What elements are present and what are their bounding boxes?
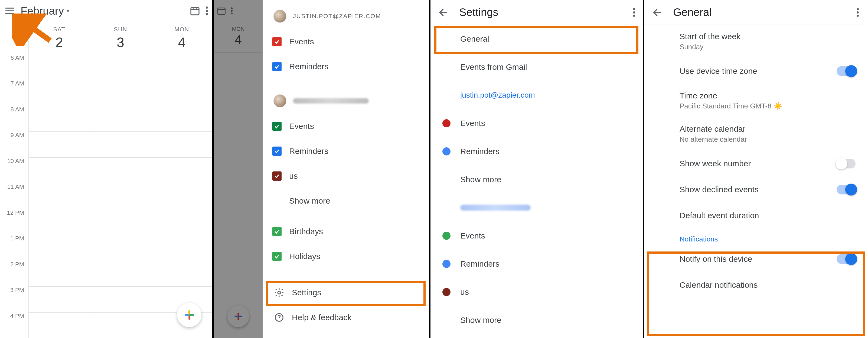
month-selector[interactable]: February ▾ bbox=[21, 5, 69, 17]
grid-col-sun[interactable] bbox=[90, 54, 151, 338]
grid-cell[interactable] bbox=[151, 157, 212, 183]
grid-cell[interactable] bbox=[90, 286, 151, 312]
account-header[interactable]: JUSTIN.POT@ZAPIER.COM bbox=[262, 0, 429, 29]
checkbox-icon[interactable] bbox=[272, 122, 282, 131]
calendar-toggle-item[interactable]: Events bbox=[272, 114, 419, 139]
settings-calendar-row[interactable]: us bbox=[431, 278, 643, 306]
calendar-toggle-item[interactable]: Reminders bbox=[272, 54, 419, 79]
day-column-sat[interactable]: SAT 2 bbox=[28, 22, 90, 54]
grid-cell[interactable] bbox=[151, 261, 212, 286]
grid-cell[interactable] bbox=[90, 235, 151, 260]
pane-nav-drawer: MON 4 JUSTIN.POT@ZAPIER.COM EventsRemind… bbox=[214, 0, 431, 338]
grid-cell[interactable] bbox=[29, 54, 90, 80]
grid-cell[interactable] bbox=[29, 312, 90, 338]
grid-cell[interactable] bbox=[29, 157, 90, 183]
preference-row[interactable]: Notify on this device bbox=[644, 246, 866, 272]
grid-cell[interactable] bbox=[29, 261, 90, 286]
toggle-switch[interactable] bbox=[837, 159, 856, 168]
account-header-2[interactable] bbox=[262, 84, 429, 114]
grid-cell[interactable] bbox=[151, 235, 212, 260]
grid-cell[interactable] bbox=[151, 54, 212, 80]
calendar-toggle-item[interactable]: Birthdays bbox=[272, 219, 419, 244]
back-arrow-icon[interactable] bbox=[438, 7, 449, 18]
preference-row[interactable]: Show week number bbox=[644, 150, 866, 176]
settings-calendar-row[interactable]: Reminders bbox=[431, 137, 643, 166]
grid-cell[interactable] bbox=[90, 131, 151, 157]
settings-calendar-row[interactable]: Events bbox=[431, 222, 643, 250]
grid-cell[interactable] bbox=[29, 235, 90, 260]
avatar bbox=[274, 94, 286, 107]
more-vert-icon[interactable] bbox=[633, 8, 635, 17]
grid-cell[interactable] bbox=[151, 131, 212, 157]
show-more-button[interactable]: Show more bbox=[431, 306, 643, 334]
checkbox-icon[interactable] bbox=[272, 146, 282, 156]
back-arrow-icon[interactable] bbox=[652, 7, 663, 18]
grid-cell[interactable] bbox=[151, 80, 212, 105]
settings-row-events-from-gmail[interactable]: Events from Gmail bbox=[431, 53, 643, 81]
calendar-toggle-item[interactable]: us bbox=[272, 164, 419, 189]
grid-col-mon[interactable] bbox=[151, 54, 212, 338]
calendar-color-dot-icon bbox=[442, 147, 451, 156]
grid-cell[interactable] bbox=[90, 54, 151, 80]
account-email: JUSTIN.POT@ZAPIER.COM bbox=[293, 13, 381, 20]
calendar-toggle-item[interactable]: Holidays bbox=[272, 244, 419, 269]
preference-row[interactable]: Alternate calendarNo alternate calendar bbox=[644, 117, 866, 150]
day-column-mon[interactable]: MON 4 bbox=[151, 22, 212, 54]
grid-cell[interactable] bbox=[90, 183, 151, 209]
settings-menu-item[interactable]: Settings bbox=[274, 280, 419, 305]
grid-cell[interactable] bbox=[29, 131, 90, 157]
day-column-sun[interactable]: SUN 3 bbox=[90, 22, 151, 54]
more-vert-icon[interactable] bbox=[857, 8, 859, 17]
grid-cell[interactable] bbox=[29, 183, 90, 209]
calendar-toggle-item[interactable]: Events bbox=[272, 29, 419, 54]
preference-row[interactable]: Show declined events bbox=[644, 176, 866, 203]
grid-cell[interactable] bbox=[90, 106, 151, 131]
settings-row-general[interactable]: General bbox=[431, 25, 643, 53]
create-event-fab[interactable] bbox=[177, 303, 202, 327]
grid-cell[interactable] bbox=[29, 106, 90, 131]
grid-cell[interactable] bbox=[29, 209, 90, 235]
grid-cell[interactable] bbox=[151, 106, 212, 131]
show-more-button[interactable]: Show more bbox=[272, 189, 419, 213]
gear-icon bbox=[274, 288, 284, 298]
grid-cell[interactable] bbox=[90, 209, 151, 235]
preference-row[interactable]: Default event duration bbox=[644, 203, 866, 229]
calendar-toggle-item[interactable]: Reminders bbox=[272, 139, 419, 164]
grid-cell[interactable] bbox=[29, 80, 90, 105]
chevron-down-icon: ▾ bbox=[67, 7, 69, 14]
svg-rect-0 bbox=[191, 7, 199, 15]
drawer-scrim[interactable]: MON 4 bbox=[214, 0, 262, 338]
settings-calendar-row[interactable]: Events bbox=[431, 109, 643, 137]
preference-row[interactable]: Use device time zone bbox=[644, 58, 866, 84]
checkbox-icon[interactable] bbox=[272, 171, 282, 181]
preference-title: Show declined events bbox=[680, 185, 837, 194]
checkbox-icon[interactable] bbox=[272, 62, 282, 71]
hamburger-menu-icon[interactable] bbox=[4, 5, 15, 16]
checkbox-icon[interactable] bbox=[272, 37, 282, 46]
toggle-switch[interactable] bbox=[837, 185, 856, 195]
show-more-button[interactable]: Show more bbox=[431, 166, 643, 194]
more-vert-icon[interactable] bbox=[206, 6, 208, 15]
checkbox-icon[interactable] bbox=[272, 227, 282, 236]
preference-row[interactable]: Time zonePacific Standard Time GMT-8 ☀️ bbox=[644, 84, 866, 117]
grid-cell[interactable] bbox=[29, 286, 90, 312]
settings-calendar-row[interactable]: Reminders bbox=[431, 250, 643, 278]
settings-account-link[interactable]: justin.pot@zapier.com bbox=[431, 81, 643, 109]
grid-col-sat[interactable] bbox=[28, 54, 90, 338]
toggle-switch[interactable] bbox=[837, 66, 856, 76]
toggle-switch[interactable] bbox=[837, 254, 856, 264]
help-feedback-menu-item[interactable]: Help & feedback bbox=[274, 305, 419, 330]
grid-cell[interactable] bbox=[151, 183, 212, 209]
svg-rect-3 bbox=[218, 8, 225, 14]
preference-row[interactable]: Start of the weekSunday bbox=[644, 25, 866, 58]
grid-cell[interactable] bbox=[151, 209, 212, 235]
settings-account-link-2[interactable] bbox=[431, 194, 643, 222]
preference-row[interactable]: Calendar notifications bbox=[644, 272, 866, 298]
grid-cell[interactable] bbox=[90, 312, 151, 338]
today-icon[interactable] bbox=[189, 5, 200, 16]
checkbox-icon[interactable] bbox=[272, 252, 282, 261]
grid-cell[interactable] bbox=[90, 261, 151, 286]
grid-cell[interactable] bbox=[90, 80, 151, 105]
calendar-name-label: Holidays bbox=[289, 252, 320, 261]
grid-cell[interactable] bbox=[90, 157, 151, 183]
